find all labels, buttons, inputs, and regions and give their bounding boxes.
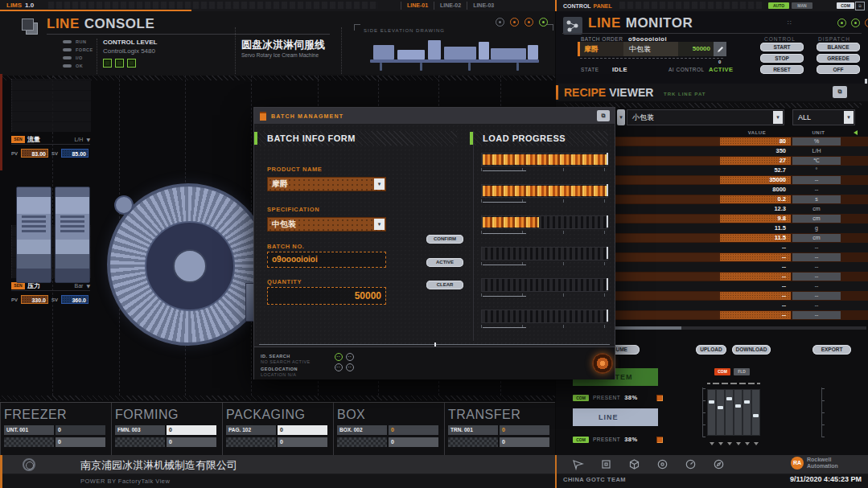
station-count-2[interactable]: 0	[278, 437, 327, 447]
run-status-icon[interactable]	[837, 18, 846, 27]
line-tab[interactable]: LINE-03	[467, 2, 500, 10]
dropdown-arrow-icon[interactable]: ▾	[374, 178, 385, 190]
slider-handle[interactable]	[709, 400, 714, 404]
dispatch-button[interactable]: OFF	[817, 65, 860, 74]
com-slider-badge: COM	[714, 368, 730, 375]
sort-triangle-icon[interactable]	[854, 130, 858, 135]
slider-handle[interactable]	[735, 404, 741, 408]
alert-status-icon[interactable]	[865, 18, 868, 27]
gauge-icon[interactable]	[685, 458, 697, 470]
upload-button[interactable]: UPLOAD	[696, 345, 726, 355]
modal-titlebar[interactable]: BATCH MANAGMENT ⧉	[254, 108, 615, 124]
station-count-1[interactable]: 0	[56, 425, 105, 435]
recipe-param-name	[615, 157, 720, 165]
station-count-1[interactable]: 0	[500, 425, 549, 435]
slider-handle[interactable]	[744, 400, 750, 404]
modal-expand-icon[interactable]: ⧉	[597, 110, 610, 121]
compass-icon[interactable]	[713, 458, 725, 470]
specification-dropdown[interactable]: 中包装▾	[267, 217, 386, 232]
station-count-2[interactable]: 0	[500, 437, 549, 447]
slider-track[interactable]	[707, 389, 716, 436]
slider-handle[interactable]	[718, 406, 723, 409]
recipe-param-name	[615, 292, 720, 300]
slider-track[interactable]	[725, 389, 734, 436]
active-batch-row[interactable]: 摩爵 中包装 50000	[578, 42, 726, 56]
modal-title: BATCH MANAGMENT	[271, 113, 343, 120]
pv-value[interactable]: 83.00	[21, 149, 48, 158]
scrollbar-thumb[interactable]	[615, 326, 681, 330]
slider-track[interactable]	[734, 389, 743, 436]
present-value: 38%	[624, 394, 638, 401]
mini-dropdown-icon[interactable]: ▾	[617, 109, 625, 125]
monitor-header-controls	[837, 18, 868, 27]
product-name-dropdown[interactable]: 摩爵▾	[267, 177, 386, 191]
filter-icon[interactable]: ▼	[86, 136, 90, 143]
station-count-2[interactable]: 0	[56, 437, 105, 447]
export-button[interactable]: EXPORT	[812, 345, 851, 355]
table-scrollbar[interactable]	[615, 326, 866, 330]
line-tab[interactable]: LINE-02	[434, 2, 467, 10]
station-count-2[interactable]: 0	[389, 437, 438, 447]
slider-bottom-mark	[718, 442, 723, 445]
team-label: CHINA GOTC TEAM	[563, 476, 626, 484]
satellite-unit-graphic	[114, 195, 134, 215]
modal-scroll-line[interactable]	[259, 344, 610, 345]
vertical-slider[interactable]	[734, 379, 743, 449]
quantity-input[interactable]: 50000	[267, 287, 386, 305]
vertical-slider[interactable]	[716, 379, 725, 449]
send-icon[interactable]	[572, 458, 584, 470]
station-count-1[interactable]: 0	[278, 425, 327, 435]
search-off-icon[interactable]: ••	[346, 353, 354, 361]
vertical-slider[interactable]	[707, 379, 716, 449]
confirm-button[interactable]: CONFIRM	[426, 235, 463, 244]
batch-no-input[interactable]: o9ooooioioi	[267, 252, 386, 268]
vertical-slider[interactable]	[751, 379, 760, 449]
filter-icon[interactable]: ▼	[86, 282, 90, 289]
control-button[interactable]: RESET	[760, 65, 804, 74]
target-icon[interactable]	[656, 458, 668, 470]
vertical-slider[interactable]	[743, 379, 751, 449]
control-button[interactable]: STOP	[760, 54, 804, 63]
station-count-2[interactable]: 0	[167, 437, 216, 447]
comm-status-icon[interactable]	[851, 18, 860, 27]
line-tab[interactable]: LINE-01	[401, 2, 434, 10]
pv-value[interactable]: 330.0	[21, 295, 48, 304]
slider-track[interactable]	[716, 389, 725, 436]
recipe-param-name	[615, 273, 720, 281]
station-count-1[interactable]: 0	[389, 425, 438, 435]
dropdown-arrow-icon[interactable]: ▾	[374, 219, 385, 230]
line-button[interactable]: LINE	[573, 408, 658, 426]
slider-handle[interactable]	[726, 397, 732, 400]
slider-track[interactable]	[751, 389, 760, 436]
geo-on-icon[interactable]: ••	[335, 363, 343, 371]
cube-icon[interactable]	[628, 458, 640, 470]
load-progress-bar	[481, 184, 608, 206]
load-progress-bar	[481, 247, 608, 269]
dropdown-arrow-icon[interactable]: ▾	[773, 111, 783, 124]
sv-value[interactable]: 360.0	[61, 295, 88, 304]
expand-icon[interactable]: ⧉	[855, 2, 865, 10]
geo-off-icon[interactable]: ••	[346, 363, 354, 371]
value-column-header: VALUE	[722, 129, 792, 136]
dispatch-button[interactable]: GREEDE	[817, 54, 860, 63]
station-count-1[interactable]: 0	[167, 425, 216, 435]
frame-icon[interactable]	[600, 458, 612, 470]
search-on-icon[interactable]: ••	[335, 353, 343, 361]
scope-filter-dropdown[interactable]: ALL▾	[792, 109, 855, 125]
clear-button[interactable]: CLEAR	[426, 281, 463, 289]
recipe-expand-icon[interactable]: ⧉	[833, 86, 847, 98]
dropdown-arrow-icon[interactable]: ▾	[844, 111, 854, 124]
sv-value[interactable]: 85.00	[61, 149, 88, 158]
active-button[interactable]: ACTIVE	[426, 258, 463, 267]
slider-handle[interactable]	[753, 414, 759, 417]
recipe-param-value: 0.2	[720, 195, 791, 203]
record-target-button[interactable]	[592, 353, 613, 374]
dispatch-button[interactable]: BLANCE	[817, 43, 860, 51]
ai-control-label: AI CONTROL	[668, 66, 705, 73]
vertical-slider[interactable]	[725, 379, 734, 449]
spec-filter-dropdown[interactable]: 小包装▾	[627, 109, 784, 125]
control-button[interactable]: START	[760, 43, 804, 51]
slider-track[interactable]	[743, 389, 751, 436]
download-button[interactable]: DOWNLOAD	[732, 345, 771, 355]
edit-batch-icon[interactable]	[714, 42, 726, 56]
